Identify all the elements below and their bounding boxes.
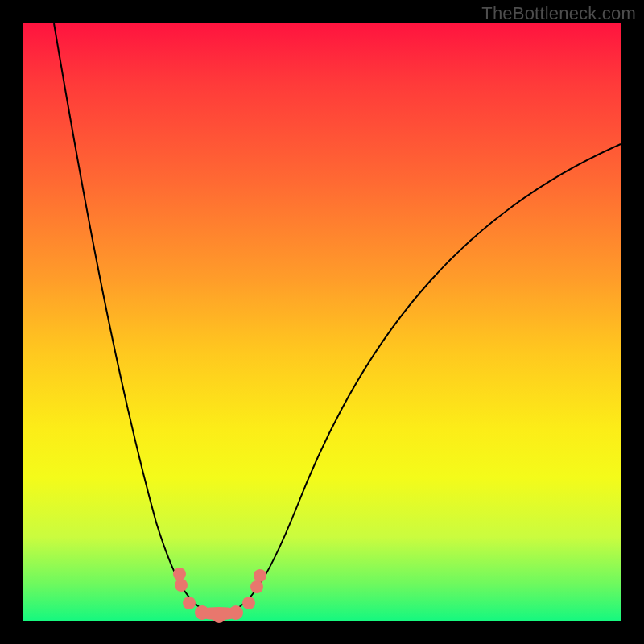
plot-area bbox=[23, 23, 621, 621]
svg-point-2 bbox=[183, 597, 196, 609]
svg-point-1 bbox=[175, 579, 188, 592]
svg-point-9 bbox=[196, 607, 242, 620]
chart-container: TheBottleneck.com bbox=[0, 0, 644, 644]
watermark-text: TheBottleneck.com bbox=[481, 3, 636, 24]
bottleneck-curve bbox=[23, 23, 621, 621]
svg-point-8 bbox=[254, 569, 266, 582]
svg-point-0 bbox=[173, 568, 186, 580]
svg-point-6 bbox=[242, 597, 255, 609]
svg-point-7 bbox=[250, 580, 263, 593]
curve-path bbox=[54, 23, 621, 614]
